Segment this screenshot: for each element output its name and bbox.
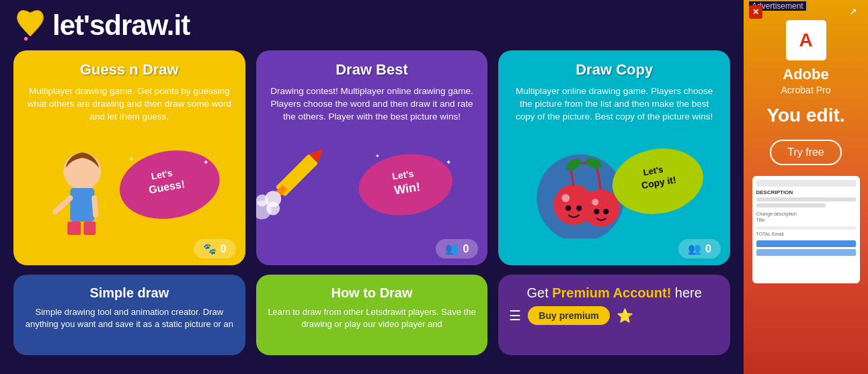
svg-point-32 xyxy=(594,209,600,214)
svg-point-1 xyxy=(63,152,101,190)
ad-screen-line1 xyxy=(756,197,856,201)
svg-point-0 xyxy=(24,37,28,41)
simple-draw-card[interactable]: Simple draw Simple drawing tool and anim… xyxy=(13,275,245,355)
svg-point-29 xyxy=(577,205,582,211)
svg-text:✦: ✦ xyxy=(375,153,380,159)
guess-n-draw-desc: Multiplayer drawing game. Get points by … xyxy=(24,85,235,124)
simple-draw-desc: Simple drawing tool and animation creato… xyxy=(24,306,235,330)
simple-draw-title: Simple draw xyxy=(24,285,235,301)
logo-icon xyxy=(13,7,47,44)
ad-screen-topbar xyxy=(756,180,856,187)
svg-rect-5 xyxy=(67,222,81,235)
draw-best-card[interactable]: Draw Best Drawing contest! Multiplayer o… xyxy=(256,50,488,265)
svg-text:✦: ✦ xyxy=(129,156,134,162)
draw-copy-desc: Multiplayer online drawing game. Players… xyxy=(509,85,719,124)
premium-card[interactable]: Get Premium Account! here ☰ Buy premium … xyxy=(498,275,730,355)
draw-best-illustration: Let's Win! ✦ ✦ xyxy=(256,131,488,238)
hamburger-icon: ☰ xyxy=(509,308,521,324)
ad-screenshot-inner: DESCRIPTION Change description Title TOT… xyxy=(752,176,860,283)
svg-point-31 xyxy=(592,199,599,205)
how-to-draw-desc: Learn to draw from other Letsdrawit play… xyxy=(267,306,477,330)
svg-point-30 xyxy=(582,189,620,227)
premium-title-suffix: here xyxy=(671,285,702,300)
ad-screen-label3: Change description xyxy=(756,212,856,216)
guess-n-draw-illustration: Let's Guess! ✦ ✦ xyxy=(13,131,245,238)
how-to-draw-title: How to Draw xyxy=(267,285,477,301)
premium-bottom-row: ☰ Buy premium ⭐ xyxy=(509,306,719,325)
ad-screen-blue-bar2 xyxy=(756,249,856,256)
ad-arrow-icon: ↗ xyxy=(849,5,863,19)
how-to-draw-card[interactable]: How to Draw Learn to draw from other Let… xyxy=(256,275,488,355)
svg-point-33 xyxy=(604,209,609,214)
draw-copy-title: Draw Copy xyxy=(509,61,719,79)
ad-screen-description-label: DESCRIPTION xyxy=(756,189,856,195)
people-icon: 👥 xyxy=(445,242,459,255)
guess-n-draw-title: Guess n Draw xyxy=(24,61,235,79)
svg-rect-6 xyxy=(83,222,95,235)
people-icon: 👥 xyxy=(688,242,701,255)
ad-screen-total-label: TOTAL Email xyxy=(756,232,856,236)
guess-n-draw-card[interactable]: Guess n Draw Multiplayer drawing game. G… xyxy=(13,50,245,265)
ad-brand-name: Adobe xyxy=(783,66,828,83)
premium-title: Get Premium Account! here xyxy=(509,285,719,301)
ad-close-icon: ✕ xyxy=(749,5,762,19)
svg-point-28 xyxy=(566,205,571,211)
svg-line-4 xyxy=(94,198,95,215)
svg-text:✦: ✦ xyxy=(446,158,451,166)
draw-best-player-count: 👥 0 xyxy=(436,239,478,259)
premium-title-highlight: Premium Account! xyxy=(552,285,671,300)
premium-title-prefix: Get xyxy=(526,285,552,300)
buy-premium-button[interactable]: Buy premium xyxy=(528,306,609,325)
ad-try-free-button[interactable]: Try free xyxy=(770,140,842,165)
ad-product-name: Acrobat Pro xyxy=(781,85,831,95)
bottom-cards-row: Simple draw Simple drawing tool and anim… xyxy=(13,275,730,355)
ad-tagline: You edit. xyxy=(766,105,844,126)
top-cards-row: Guess n Draw Multiplayer drawing game. G… xyxy=(13,50,730,265)
svg-text:✦: ✦ xyxy=(203,158,208,166)
header: let'sdraw.it Login xyxy=(0,0,868,50)
main-content: Guess n Draw Multiplayer drawing game. G… xyxy=(0,50,744,355)
svg-line-3 xyxy=(55,198,70,212)
svg-rect-2 xyxy=(70,188,94,222)
logo-text: let'sdraw.it xyxy=(52,9,190,42)
ad-screenshot: DESCRIPTION Change description Title TOT… xyxy=(752,176,860,283)
draw-best-desc: Drawing contest! Multiplayer online draw… xyxy=(267,85,477,124)
draw-copy-illustration: Let's Copy it! xyxy=(498,131,730,238)
guess-n-draw-player-count: 🐾 0 xyxy=(194,239,236,259)
draw-best-title: Draw Best xyxy=(267,61,477,79)
star-icon: ⭐ xyxy=(617,308,633,324)
people-icon: 🐾 xyxy=(203,242,216,255)
ad-panel: Advertisement ✕ ↗ A Adobe Acrobat Pro Yo… xyxy=(744,0,868,374)
ad-screen-blue-bar xyxy=(756,240,856,247)
logo-area: let'sdraw.it xyxy=(13,7,190,44)
ad-adobe-logo: A xyxy=(786,20,826,60)
ad-screen-line2 xyxy=(756,203,826,207)
ad-screen-sep xyxy=(756,226,856,230)
draw-copy-player-count: 👥 0 xyxy=(678,239,721,259)
ad-screen-label4: Title xyxy=(756,218,856,222)
draw-copy-card[interactable]: Draw Copy Multiplayer online drawing gam… xyxy=(498,50,730,265)
svg-point-27 xyxy=(562,194,570,202)
